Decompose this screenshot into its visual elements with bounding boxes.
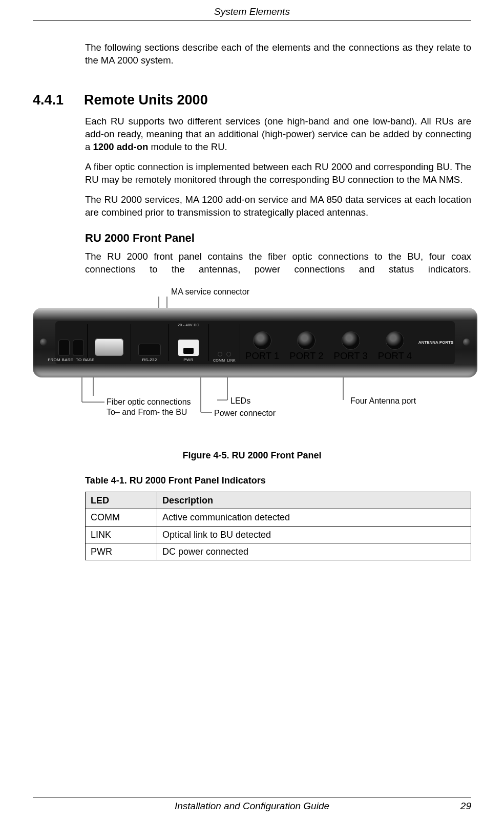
power-connector [178, 340, 199, 356]
screw-icon [40, 339, 47, 346]
cell-desc: Optical link to BU detected [157, 526, 471, 543]
section-number: 4.4.1 [33, 91, 64, 109]
zone-power: 20 - 48V DC + - PWR [169, 321, 208, 364]
label-from-base: FROM BASE [48, 358, 73, 362]
running-footer: Installation and Configuration Guide 29 [33, 800, 471, 813]
table-row: PWR DC power connected [86, 543, 471, 560]
footer-rule [33, 797, 471, 797]
footer-title: Installation and Configuration Guide [175, 801, 329, 811]
p1b: module to the RU. [148, 141, 227, 152]
table-header-led: LED [86, 492, 157, 509]
zone-leds: COMM LINK [209, 321, 240, 364]
figure-ru2000-front-panel: MA service connector [33, 286, 471, 440]
rs232-connector [138, 344, 161, 356]
table-header-row: LED Description [86, 492, 471, 509]
callout-fiber-l1: Fiber optic connections [107, 397, 191, 406]
label-link: LINK [227, 358, 236, 363]
callout-ma-service: MA service connector [171, 286, 249, 298]
port-1: PORT 1 [240, 321, 284, 364]
label-port3: PORT 3 [334, 350, 368, 363]
table-caption: Table 4-1. RU 2000 Front Panel Indicator… [85, 474, 471, 487]
intro-paragraph: The following sections describe each of … [85, 41, 471, 67]
table-header-desc: Description [157, 492, 471, 509]
label-plus: + [178, 352, 180, 358]
callout-antenna: Four Antenna port [350, 396, 416, 406]
table-row: LINK Optical link to BU detected [86, 526, 471, 543]
subsection-p: The RU 2000 front panel contains the fib… [85, 250, 471, 276]
zone-fiber: FROM BASE TO BASE [55, 321, 87, 364]
table-indicators: LED Description COMM Active communicatio… [85, 492, 471, 560]
running-header: System Elements [33, 0, 471, 20]
fiber-jack-to [73, 340, 84, 356]
led-link-icon [226, 352, 231, 356]
callout-leds: LEDs [230, 396, 250, 406]
callout-fiber: Fiber optic connections To– and From- th… [107, 397, 191, 417]
led-comm-icon [218, 352, 222, 356]
coax-icon [297, 331, 316, 350]
coax-icon [253, 331, 271, 350]
zone-service: . [88, 321, 131, 364]
label-comm: COMM [213, 358, 225, 363]
port-3: PORT 3 [329, 321, 373, 364]
p1-bold: 1200 add-on [93, 141, 148, 152]
section-heading: 4.4.1 Remote Units 2000 [33, 91, 471, 109]
service-connector [95, 339, 123, 356]
fiber-jack-from [58, 340, 70, 356]
screw-icon [463, 339, 470, 346]
label-port1: PORT 1 [245, 350, 279, 363]
section-p1: Each RU supports two different services … [85, 115, 471, 154]
cell-desc: DC power connected [157, 543, 471, 560]
label-minus: - [194, 352, 196, 358]
figure-caption: Figure 4-5. RU 2000 Front Panel [33, 449, 471, 461]
cell-led: PWR [86, 543, 157, 560]
page-number: 29 [460, 800, 471, 813]
zone-ports: PORT 1 PORT 2 PORT 3 PORT 4 [240, 321, 417, 364]
cell-desc: Active communication detected [157, 509, 471, 526]
callout-fiber-l2: To– and From- the BU [107, 408, 187, 416]
label-dc-range: 20 - 48V DC [178, 323, 199, 327]
callout-power: Power connector [214, 408, 276, 418]
label-port4: PORT 4 [378, 350, 412, 363]
port-4: PORT 4 [373, 321, 417, 364]
cell-led: COMM [86, 509, 157, 526]
coax-icon [342, 331, 360, 350]
label-port2: PORT 2 [289, 350, 323, 363]
subsection-title: RU 2000 Front Panel [85, 230, 471, 246]
section-p3: The RU 2000 services, MA 1200 add-on ser… [85, 194, 471, 219]
label-rs232: RS-232 [142, 358, 157, 363]
device-panel: FROM BASE TO BASE . RS-232 20 - 48V [33, 308, 477, 377]
label-pwr: PWR [183, 358, 194, 363]
coax-icon [386, 331, 404, 350]
section-title: Remote Units 2000 [84, 91, 208, 109]
section-p2: A fiber optic connection is implemented … [85, 161, 471, 186]
table-row: COMM Active communication detected [86, 509, 471, 526]
label-antenna-ports: ANTENNA PORTS [417, 321, 455, 364]
device-panel-inner: FROM BASE TO BASE . RS-232 20 - 48V [55, 321, 455, 364]
port-2: PORT 2 [284, 321, 328, 364]
cell-led: LINK [86, 526, 157, 543]
zone-rs232: RS-232 [131, 321, 168, 364]
header-rule [33, 20, 471, 21]
